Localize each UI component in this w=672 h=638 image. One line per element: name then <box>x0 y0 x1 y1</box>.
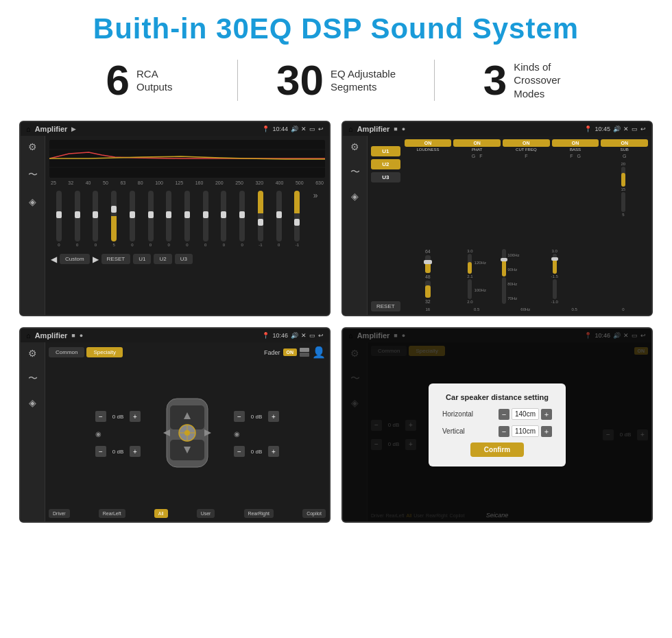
stat-eq: 30 EQ AdjustableSegments <box>238 59 434 102</box>
confirm-button[interactable]: Confirm <box>470 442 524 457</box>
cutfreq-on-btn[interactable]: ON <box>503 139 550 147</box>
zone-buttons-row: Driver RearLeft All User RearRight Copil… <box>49 509 326 518</box>
fader-settings-icon[interactable]: ⚙ <box>26 348 40 362</box>
reset-btn-2[interactable]: RESET <box>371 301 400 311</box>
amp-speaker-icon[interactable]: ◈ <box>348 191 362 204</box>
amp-wave-icon[interactable]: 〜 <box>348 166 362 180</box>
left-rear-plus[interactable]: + <box>130 446 141 457</box>
eq-slider-12[interactable]: 0 <box>271 191 287 247</box>
eq-u2-btn[interactable]: U2 <box>154 254 171 264</box>
modal-horizontal-row: Horizontal − 140cm + <box>442 408 552 420</box>
modal-title: Car speaker distance setting <box>442 393 552 401</box>
home-icon-1[interactable]: ⌂ <box>26 125 31 133</box>
freq-400: 400 <box>276 180 284 185</box>
eq-wave-icon[interactable]: 〜 <box>26 169 40 182</box>
left-speakers: − 0 dB + ◉ − 0 dB + <box>95 411 141 457</box>
time-1: 10:44 <box>272 126 288 132</box>
user-btn[interactable]: User <box>197 509 215 518</box>
amp-settings-icon[interactable]: ⚙ <box>348 141 362 155</box>
horizontal-input: − 140cm + <box>499 408 552 420</box>
amp-main: U1 U2 U3 RESET ON LOUDNESS <box>368 136 651 315</box>
driver-btn[interactable]: Driver <box>49 509 70 518</box>
speaker-icon-2: 🔊 <box>613 126 621 132</box>
vertical-plus-btn[interactable]: + <box>541 426 552 437</box>
sub-sliders: 20 15 5 <box>600 162 647 217</box>
eq-slider-0[interactable]: 0 <box>51 191 67 247</box>
right-rear-plus[interactable]: + <box>268 446 279 457</box>
rearright-btn[interactable]: RearRight <box>244 509 274 518</box>
stat-label-rca: RCAOutputs <box>136 67 173 94</box>
close-icon-1[interactable]: ✕ <box>301 126 307 132</box>
right-front-minus[interactable]: − <box>234 411 245 422</box>
eq-slider-13[interactable]: -1 <box>289 191 306 247</box>
eq-slider-9[interactable]: 0 <box>216 191 232 247</box>
loudness-on-btn[interactable]: ON <box>405 139 452 147</box>
status-bar-right-3: 📍 10:46 🔊 ✕ ▭ ↩ <box>262 332 324 339</box>
phat-on-btn[interactable]: ON <box>453 139 501 147</box>
amp-sidebar: ⚙ 〜 ◈ <box>343 136 368 315</box>
fader-user-icon[interactable]: 👤 <box>312 346 326 359</box>
back-icon-3[interactable]: ↩ <box>318 332 324 339</box>
eq-slider-expand[interactable]: » <box>307 191 324 247</box>
u2-btn[interactable]: U2 <box>371 159 400 169</box>
left-rear-minus[interactable]: − <box>95 446 106 457</box>
back-icon-1[interactable]: ↩ <box>318 126 324 132</box>
fader-on-btn[interactable]: ON <box>283 348 298 356</box>
back-icon-2[interactable]: ↩ <box>640 126 646 132</box>
eq-slider-10[interactable]: 0 <box>234 191 250 247</box>
fader-wave-icon[interactable]: 〜 <box>26 373 40 386</box>
stat-number-eq: 30 <box>276 59 324 102</box>
left-front-minus[interactable]: − <box>95 411 106 422</box>
eq-slider-11[interactable]: -1 <box>252 191 269 247</box>
eq-custom-btn[interactable]: Custom <box>60 254 90 264</box>
car-layout: − 0 dB + ◉ − 0 dB + <box>49 362 326 506</box>
fader-arrows <box>300 348 309 357</box>
home-icon-2[interactable]: ⌂ <box>348 125 353 133</box>
eq-slider-7[interactable]: 0 <box>179 191 195 247</box>
eq-slider-1[interactable]: 0 <box>69 191 86 247</box>
fader-speaker-icon[interactable]: ◈ <box>26 397 40 411</box>
eq-next-btn[interactable]: ▶ <box>93 255 99 264</box>
horizontal-minus-btn[interactable]: − <box>499 409 509 420</box>
rec-icon-3: ■ <box>71 332 75 339</box>
eq-u1-btn[interactable]: U1 <box>133 254 151 264</box>
eq-slider-4[interactable]: 0 <box>124 191 141 247</box>
copilot-btn[interactable]: Copilot <box>302 509 326 518</box>
u1-btn[interactable]: U1 <box>371 146 400 156</box>
window-icon-2[interactable]: ▭ <box>632 126 638 132</box>
eq-slider-6[interactable]: 0 <box>160 191 177 247</box>
eq-u3-btn[interactable]: U3 <box>175 254 193 264</box>
dot-icon-3: ● <box>80 332 83 339</box>
window-icon-3[interactable]: ▭ <box>309 332 315 339</box>
specialty-tab[interactable]: Specialty <box>86 347 122 357</box>
bass-on-btn[interactable]: ON <box>552 139 599 147</box>
eq-sidebar: ⚙ 〜 ◈ <box>21 136 45 315</box>
all-btn[interactable]: All <box>154 509 168 518</box>
close-icon-2[interactable]: ✕ <box>623 126 629 132</box>
cutfreq-label: CUT FREQ <box>516 147 537 152</box>
left-front-plus[interactable]: + <box>130 411 141 422</box>
rearleft-btn[interactable]: RearLeft <box>99 509 125 518</box>
left-front-db: − 0 dB + <box>95 411 141 422</box>
eq-settings-icon[interactable]: ⚙ <box>26 141 40 155</box>
eq-reset-btn[interactable]: RESET <box>101 254 131 264</box>
sub-on-btn[interactable]: ON <box>601 139 648 147</box>
home-icon-3[interactable]: ⌂ <box>26 331 31 340</box>
eq-slider-3[interactable]: 5 <box>106 191 122 247</box>
eq-slider-8[interactable]: 0 <box>197 191 214 247</box>
eq-slider-2[interactable]: 0 <box>87 191 104 247</box>
close-icon-3[interactable]: ✕ <box>301 332 307 339</box>
horizontal-plus-btn[interactable]: + <box>541 409 552 420</box>
eq-prev-btn[interactable]: ◀ <box>51 255 57 264</box>
window-icon-1[interactable]: ▭ <box>309 126 315 132</box>
u3-btn[interactable]: U3 <box>371 172 400 182</box>
location-icon-3: 📍 <box>262 332 269 339</box>
vertical-minus-btn[interactable]: − <box>499 426 509 437</box>
common-tab[interactable]: Common <box>49 347 84 357</box>
eq-speaker-icon[interactable]: ◈ <box>26 196 40 210</box>
time-2: 10:45 <box>595 126 610 132</box>
eq-slider-5[interactable]: 0 <box>143 191 159 247</box>
right-front-plus[interactable]: + <box>268 411 279 422</box>
right-rear-minus[interactable]: − <box>234 446 245 457</box>
app-title-1: Amplifier <box>35 125 68 133</box>
